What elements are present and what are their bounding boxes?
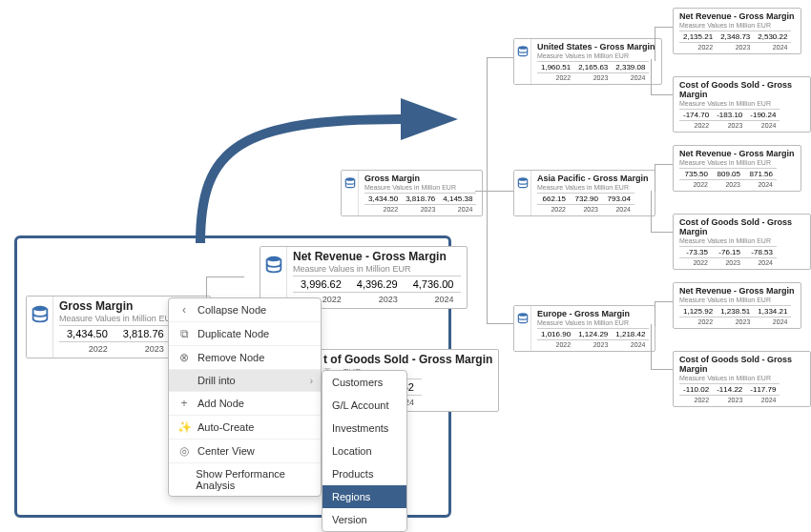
- chevron-right-icon: ›: [310, 376, 313, 386]
- database-icon: [27, 297, 53, 358]
- database-icon: [514, 171, 531, 215]
- center-icon: ◎: [177, 444, 192, 458]
- svg-point-1: [266, 256, 281, 262]
- node-eu-nr[interactable]: Net Revenue - Gross Margin Measure Value…: [673, 282, 801, 329]
- menu-performance[interactable]: Show Performance Analysis: [169, 463, 321, 496]
- menu-duplicate-node[interactable]: ⧉Duplicate Node: [169, 322, 321, 346]
- database-icon: [342, 171, 359, 215]
- drill-submenu: Customers G/L Account Investments Locati…: [322, 370, 407, 532]
- drill-gl-account[interactable]: G/L Account: [322, 394, 406, 417]
- menu-remove-node[interactable]: ⊗Remove Node: [169, 346, 321, 370]
- connector: [655, 301, 673, 326]
- node-subtitle: Measure Values in Million EUR: [293, 264, 461, 274]
- database-icon: [514, 39, 531, 84]
- menu-drill-into[interactable]: Drill into›: [169, 370, 321, 392]
- svg-point-3: [518, 46, 527, 50]
- drill-location[interactable]: Location: [322, 440, 406, 462]
- connector: [655, 27, 673, 61]
- connector: [487, 191, 513, 324]
- context-menu: ‹Collapse Node ⧉Duplicate Node ⊗Remove N…: [168, 297, 322, 497]
- node-asia-cogs[interactable]: Cost of Goods Sold - Gross Margin Measur…: [673, 214, 811, 270]
- svg-marker-6: [401, 98, 458, 140]
- svg-point-2: [345, 177, 354, 181]
- svg-point-4: [518, 177, 527, 181]
- svg-point-5: [518, 313, 527, 317]
- node-asia-nr[interactable]: Net Revenue - Gross Margin Measure Value…: [673, 145, 801, 192]
- menu-add-node[interactable]: +Add Node: [169, 392, 321, 416]
- connector: [655, 164, 673, 193]
- drill-products[interactable]: Products: [322, 462, 406, 485]
- remove-icon: ⊗: [177, 351, 192, 364]
- node-gross-margin-small[interactable]: Gross Margin Measure Values in Million E…: [341, 170, 483, 216]
- connector: [487, 57, 513, 191]
- database-icon: [514, 306, 531, 351]
- menu-auto-create[interactable]: ✨Auto-Create: [169, 416, 321, 440]
- node-us-nr[interactable]: Net Revenue - Gross Margin Measure Value…: [673, 8, 801, 54]
- drill-customers[interactable]: Customers: [322, 371, 406, 394]
- connector: [651, 324, 673, 370]
- chevron-left-icon: ‹: [177, 303, 192, 317]
- node-asia[interactable]: Asia Pacific - Gross Margin Measure Valu…: [513, 170, 655, 216]
- node-us[interactable]: United States - Gross Margin Measure Val…: [513, 38, 662, 85]
- node-eu-cogs[interactable]: Cost of Goods Sold - Gross Margin Measur…: [673, 351, 811, 407]
- node-us-cogs[interactable]: Cost of Goods Sold - Gross Margin Measur…: [673, 76, 811, 133]
- plus-icon: +: [177, 397, 192, 410]
- menu-collapse-node[interactable]: ‹Collapse Node: [169, 298, 321, 322]
- wand-icon: ✨: [177, 420, 192, 434]
- duplicate-icon: ⧉: [177, 327, 192, 340]
- connector: [651, 191, 673, 233]
- connector: [651, 59, 673, 95]
- node-europe[interactable]: Europe - Gross Margin Measure Values in …: [513, 305, 655, 352]
- node-title: t of Goods Sold - Gross Margin: [323, 353, 492, 366]
- drill-investments[interactable]: Investments: [322, 417, 406, 440]
- drill-regions[interactable]: Regions: [322, 485, 406, 508]
- svg-point-0: [32, 306, 47, 312]
- drill-version[interactable]: Version: [322, 508, 406, 531]
- node-title: Net Revenue - Gross Margin: [293, 250, 461, 263]
- menu-center-view[interactable]: ◎Center View: [169, 440, 321, 463]
